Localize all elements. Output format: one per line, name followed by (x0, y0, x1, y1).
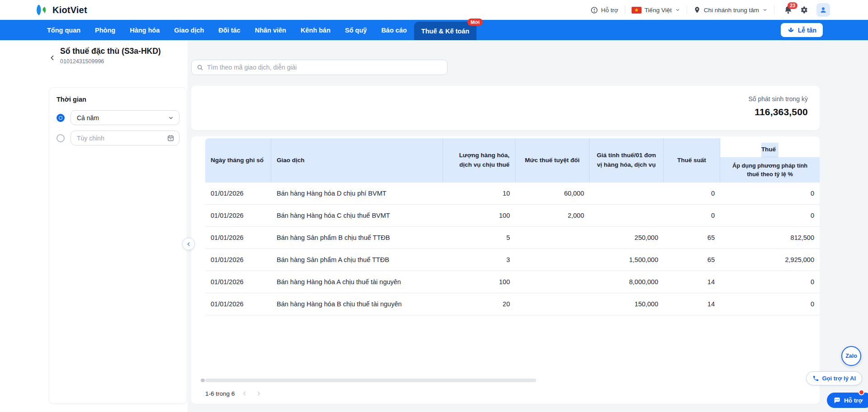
back-button[interactable] (49, 53, 56, 63)
scrollbar-thumb[interactable] (205, 379, 536, 382)
branch-selector[interactable]: Chi nhánh trung tâm (693, 6, 768, 14)
pagination: 1-6 trong 6 (205, 389, 263, 398)
pagination-next-button[interactable] (255, 389, 263, 398)
table-row[interactable]: 01/01/2026 Bán hàng Sản phẩm A chịu thuế… (205, 249, 820, 271)
cell-tax: 812,500 (720, 234, 820, 241)
ai-assistant-call-button[interactable]: Gọi trợ lý AI (806, 371, 863, 385)
nav-item-tong-quan[interactable]: Tổng quan (40, 20, 88, 40)
period-select[interactable]: Cả năm (71, 110, 179, 125)
user-avatar[interactable] (816, 3, 830, 17)
header-tax-group: Thuế Áp dụng phương pháp tính thuế theo … (720, 138, 820, 183)
horizontal-scrollbar (205, 379, 549, 382)
summary-card: Số phát sinh trong kỳ 116,363,500 (191, 86, 820, 130)
settings-button[interactable] (799, 5, 808, 14)
zalo-icon: Zalo (845, 353, 857, 359)
reception-button[interactable]: Lễ tân (781, 23, 823, 37)
reception-label: Lễ tân (798, 27, 816, 34)
pagination-prev-button[interactable] (241, 389, 249, 398)
cell-unit-price: 250,000 (590, 234, 664, 241)
table-row[interactable]: 01/01/2026 Bán hàng Hàng hóa B chịu thuế… (205, 293, 820, 315)
header-absolute-tax: Mức thuế tuyệt đối (515, 138, 590, 183)
nav-item-giao-dich[interactable]: Giao dịch (167, 20, 211, 40)
cell-unit-price: 8,000,000 (590, 278, 664, 286)
custom-range-option (57, 131, 179, 145)
cell-quantity: 5 (443, 234, 515, 241)
nav-item-phong[interactable]: Phòng (88, 20, 123, 40)
cell-date: 01/01/2026 (205, 300, 271, 308)
gear-icon (799, 5, 808, 14)
table-row[interactable]: 01/01/2026 Bán hàng Hàng hóa D chịu phí … (205, 183, 820, 205)
notifications-button[interactable]: 23 (783, 5, 793, 15)
chevron-left-icon (186, 241, 192, 247)
nav-item-nhan-vien[interactable]: Nhân viên (248, 20, 293, 40)
cell-tax: 0 (720, 190, 820, 197)
cell-absolute-tax: 2,000 (515, 212, 590, 219)
pagination-range: 1-6 trong 6 (205, 390, 235, 397)
support-notification-dot (859, 389, 864, 395)
nav-item-thue-ke-toan-active[interactable]: Thuế & Kế toán Mới (414, 22, 476, 40)
search-bar (191, 60, 448, 75)
cell-unit-price: 1,500,000 (590, 256, 664, 263)
cell-quantity: 20 (443, 300, 515, 308)
topbar: KiotViet Hỗ trợ Tiếng Việt (0, 0, 868, 20)
header-date: Ngày tháng ghi sổ (205, 138, 271, 183)
chevron-left-icon (241, 390, 248, 397)
kiotviet-app: KiotViet Hỗ trợ Tiếng Việt (0, 0, 868, 412)
chevron-left-icon (49, 54, 56, 61)
table-header-row: Ngày tháng ghi sổ Giao dịch Lượng hàng h… (205, 138, 820, 183)
nav-item-bao-cao[interactable]: Báo cáo (374, 20, 414, 40)
nav-item-so-quy[interactable]: Sổ quỹ (338, 20, 374, 40)
scrollbar-track-end (201, 379, 205, 382)
cell-transaction: Bán hàng Sản phẩm A chịu thuế TTĐB (271, 256, 443, 263)
all-year-radio[interactable] (57, 114, 65, 122)
page-title: Sổ thuế đặc thù (S3a-HKD) (60, 46, 161, 57)
location-pin-icon (693, 6, 701, 14)
summary-value: 116,363,500 (755, 107, 808, 117)
table-row[interactable]: 01/01/2026 Bán hàng Sản phẩm B chịu thuế… (205, 227, 820, 249)
cell-date: 01/01/2026 (205, 190, 271, 197)
period-select-value: Cả năm (77, 114, 99, 122)
divider (625, 5, 625, 14)
header-tax-method: Áp dụng phương pháp tính thuế theo tỷ lệ… (720, 157, 820, 183)
cell-transaction: Bán hàng Sản phẩm B chịu thuế TTĐB (271, 234, 443, 241)
cell-tax: 0 (720, 300, 820, 308)
kiotviet-logo[interactable]: KiotViet (35, 3, 87, 17)
zalo-chat-button[interactable]: Zalo (841, 346, 861, 366)
collapse-sidebar-button[interactable] (182, 238, 195, 250)
cell-quantity: 3 (443, 256, 515, 263)
cell-tax-rate: 65 (664, 234, 720, 241)
cell-tax-rate: 65 (664, 256, 720, 263)
nav-item-kenh-ban[interactable]: Kênh bán (293, 20, 338, 40)
cell-tax: 0 (720, 212, 820, 219)
notification-badge: 23 (788, 2, 797, 9)
divider (774, 5, 774, 14)
custom-range-radio[interactable] (57, 134, 65, 142)
calendar-icon[interactable] (167, 134, 175, 142)
custom-date-input[interactable] (77, 135, 167, 142)
cell-absolute-tax: 60,000 (515, 190, 590, 197)
cell-tax: 2,925,000 (720, 256, 820, 263)
nav-item-hang-hoa[interactable]: Hàng hóa (123, 20, 167, 40)
main-navigation: Tổng quan Phòng Hàng hóa Giao dịch Đối t… (0, 20, 868, 40)
table-row[interactable]: 01/01/2026 Bán hàng Hàng hóa C chịu thuế… (205, 205, 820, 227)
user-icon (819, 6, 827, 14)
cell-quantity: 100 (443, 212, 515, 219)
sidebar-header: Sổ thuế đặc thù (S3a-HKD) 01012431509996 (49, 46, 180, 65)
nav-item-doi-tac[interactable]: Đối tác (211, 20, 247, 40)
time-filter-heading: Thời gian (57, 96, 179, 103)
help-menu[interactable]: Hỗ trợ (590, 6, 618, 14)
language-selector[interactable]: Tiếng Việt (632, 7, 680, 14)
all-year-option: Cả năm (57, 110, 179, 125)
cell-quantity: 100 (443, 278, 515, 286)
chat-bubble-icon (833, 397, 840, 404)
cell-transaction: Bán hàng Hàng hóa C chịu thuế BVMT (271, 212, 443, 219)
tax-ledger-table: Ngày tháng ghi sổ Giao dịch Lượng hàng h… (205, 138, 820, 315)
cell-quantity: 10 (443, 190, 515, 197)
table-row[interactable]: 01/01/2026 Bán hàng Hàng hóa A chịu thuế… (205, 271, 820, 293)
cell-date: 01/01/2026 (205, 278, 271, 286)
search-input[interactable] (207, 64, 442, 71)
cell-tax: 0 (720, 278, 820, 286)
cell-transaction: Bán hàng Hàng hóa B chịu thuế tài nguyên (271, 300, 443, 308)
branch-label: Chi nhánh trung tâm (704, 7, 759, 14)
help-icon (590, 6, 598, 14)
